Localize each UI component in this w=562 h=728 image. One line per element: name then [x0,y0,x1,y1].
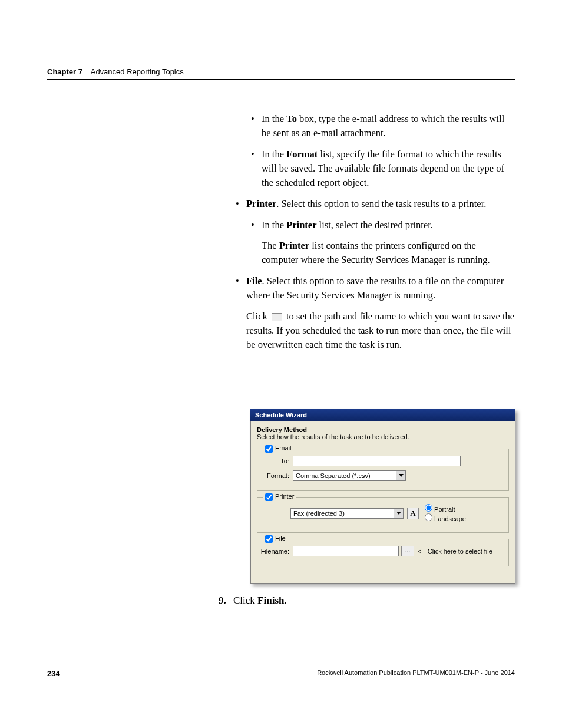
dialog-body: Delivery Method Select how the results o… [250,421,515,584]
file-checkbox[interactable] [265,535,273,543]
page-number: 234 [47,669,60,678]
font-icon: A [410,509,415,518]
filename-input[interactable] [293,546,399,556]
bullet-to: In the To box, type the e-mail address t… [251,112,515,140]
portrait-text: Portrait [434,506,455,513]
chevron-down-icon [396,471,405,480]
text: The [262,240,279,251]
fieldset-email: Email To: Format: Comma Separated (*.csv… [257,449,509,491]
step-9: 9. Click Finish. [219,595,287,607]
printer-value: Fax (redirected 3) [293,510,345,517]
file-hint: <-- Click here to select file [418,548,492,555]
printer-legend: Printer [263,493,296,501]
dialog-title-bar: Schedule Wizard [250,409,515,421]
fieldset-file: File Filename: ... <-- Click here to sel… [257,539,509,566]
text: to set the path and file name to which y… [246,311,514,350]
text: In the [262,219,286,230]
dialog-section-title: Delivery Method [257,426,509,433]
to-label: To: [263,457,289,465]
landscape-radio-label: Landscape [425,513,466,522]
chapter-number: Chapter 7 [47,67,82,76]
text: In the [262,113,286,124]
chevron-down-icon [394,509,403,518]
portrait-radio-label: Portrait [425,504,466,513]
text: . Select this option to send the task re… [276,198,486,209]
email-legend-label: Email [275,444,292,452]
step-number: 9. [219,595,226,606]
bold-printer2: Printer [286,219,316,230]
bold-printer: Printer [246,198,276,209]
text: In the [262,149,286,160]
bullet-format: In the Format list, specify the file for… [251,147,515,190]
bold-finish: Finish [257,595,284,606]
format-combo[interactable]: Comma Separated (*.csv) [293,470,406,481]
page-footer: 234 Rockwell Automation Publication PLTM… [47,669,515,678]
header-rule [47,79,515,80]
bullet-file: File. Select this option to save the res… [236,274,515,302]
publication-info: Rockwell Automation Publication PLTMT-UM… [317,669,515,676]
email-checkbox[interactable] [265,445,273,453]
chapter-header: Chapter 7 Advanced Reporting Topics [47,67,184,76]
font-button[interactable]: A [407,508,419,519]
bold-file: File [246,275,262,286]
printer-note: The Printer list contains the printers c… [262,239,515,267]
landscape-text: Landscape [434,515,466,522]
chapter-title [85,67,91,76]
landscape-radio[interactable] [425,513,432,521]
text: Click [233,595,257,606]
text: box, type the e-mail address to which th… [262,113,504,139]
bold-printer3: Printer [279,240,309,251]
filename-label: Filename: [259,548,289,555]
browse-button[interactable]: ... [401,546,414,556]
dialog-section-desc: Select how the results of the task are t… [257,433,509,440]
format-label: Format: [263,472,289,479]
text: Click [246,311,270,322]
bullet-printer-sub: In the Printer list, select the desired … [251,218,515,232]
click-paragraph: Click ... to set the path and file name … [246,309,515,352]
bold-format: Format [286,149,318,160]
email-legend: Email [263,444,293,453]
text: . Select this option to save the results… [246,275,504,301]
body-content: In the To box, type the e-mail address t… [236,112,515,359]
schedule-wizard-dialog: Schedule Wizard Delivery Method Select h… [250,409,515,584]
printer-combo[interactable]: Fax (redirected 3) [290,508,404,519]
portrait-radio[interactable] [425,504,432,512]
format-value: Comma Separated (*.csv) [296,472,371,479]
text: . [284,595,286,606]
ellipsis-icon: ... [405,547,410,554]
ellipsis-icon: ... [272,313,282,321]
file-legend-label: File [275,535,286,542]
bold-to: To [286,113,297,124]
file-legend: File [263,535,287,543]
bullet-printer: Printer. Select this option to send the … [236,197,515,211]
printer-checkbox[interactable] [265,493,273,501]
orientation-radios: Portrait Landscape [425,503,466,523]
printer-legend-label: Printer [275,493,294,500]
to-input[interactable] [293,456,461,466]
fieldset-printer: Printer Fax (redirected 3) A Portrait La… [257,497,509,533]
chapter-title-text: Advanced Reporting Topics [91,67,184,76]
text: list, select the desired printer. [316,219,432,230]
